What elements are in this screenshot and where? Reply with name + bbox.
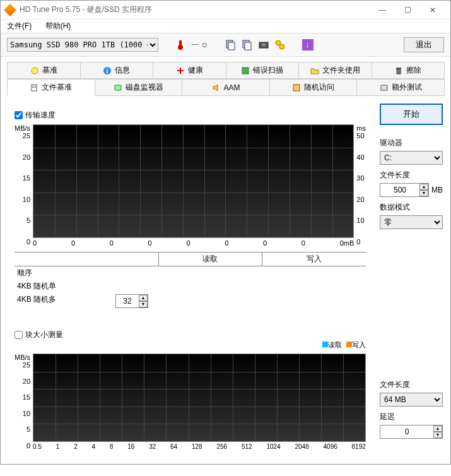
drive-select[interactable]: C: (380, 151, 443, 165)
row-4kb-multi: 4KB 随机多 (15, 294, 103, 308)
y-axis-right-ticks: 50403020100 (354, 132, 366, 246)
menu-file[interactable]: 文件(F) (7, 21, 32, 30)
y-axis-left-ticks: 2520151050 (15, 132, 33, 246)
tab-health[interactable]: 健康 (153, 62, 226, 78)
checkbox-label: 块大小测量 (25, 330, 63, 340)
svg-rect-17 (396, 68, 401, 69)
row-4kb-single: 4KB 随机单 (15, 281, 103, 292)
blocksize-checkbox[interactable]: 块大小测量 (15, 330, 366, 340)
tab-label: 磁盘监视器 (126, 82, 163, 93)
tab-label: 文件基准 (42, 82, 72, 93)
minimize-button[interactable]: — (370, 1, 395, 19)
maximize-button[interactable]: ☐ (395, 1, 420, 19)
exit-button[interactable]: 退出 (404, 37, 444, 52)
tab-label: 信息 (115, 65, 130, 76)
row-sequential: 顺序 (15, 268, 103, 278)
app-logo-icon (4, 4, 16, 16)
x-axis-ticks: 0.512481632641282565121024204840968192 (33, 443, 366, 450)
tab-info[interactable]: i 信息 (80, 62, 154, 78)
svg-point-7 (262, 43, 266, 47)
filelen2-select[interactable]: 64 MB (380, 393, 443, 407)
temp-readout: 一 ☺ (191, 40, 209, 51)
tab-label: 随机访问 (304, 82, 334, 93)
filelen-spinner[interactable]: ▲▼ (380, 183, 429, 197)
svg-point-1 (178, 45, 183, 50)
start-button[interactable]: 开始 (380, 104, 443, 125)
tab-label: 额外测试 (392, 82, 422, 93)
tab-folderusage[interactable]: 文件夹使用 (298, 62, 372, 78)
datamode-select[interactable]: 零 (380, 215, 443, 229)
delay-spinner[interactable]: ▲▼ (380, 425, 443, 439)
settings-icon[interactable] (274, 39, 286, 51)
copy-chart-icon[interactable] (242, 39, 253, 51)
svg-rect-14 (177, 70, 184, 71)
tab-label: 健康 (188, 65, 203, 76)
tab-erase[interactable]: 擦除 (372, 62, 445, 78)
threads-spinner[interactable]: ▲▼ (115, 294, 148, 308)
thermometer-icon (175, 39, 186, 51)
tab-label: 基准 (42, 65, 57, 76)
filelen-label: 文件长度 (380, 170, 443, 181)
menu-bar: 文件(F) 帮助(H) (1, 20, 450, 33)
tab-aam[interactable]: AAM (182, 79, 270, 95)
tab-benchmark[interactable]: 基准 (7, 62, 81, 78)
copy-text-icon[interactable] (225, 39, 237, 51)
y-axis-label: MB/s (15, 354, 33, 361)
svg-rect-20 (32, 87, 36, 88)
svg-rect-23 (381, 85, 387, 90)
legend-read-swatch (322, 342, 328, 347)
svg-rect-15 (242, 68, 249, 74)
screenshot-icon[interactable] (258, 39, 269, 51)
svg-rect-22 (293, 85, 300, 91)
svg-point-10 (32, 68, 38, 74)
save-icon[interactable]: ↓ (302, 39, 313, 51)
delay-label: 延迟 (380, 412, 443, 422)
transfer-speed-checkbox[interactable]: 传输速度 (15, 110, 366, 121)
results-table: 读取 写入 顺序 4KB 随机单 4KB 随机多 ▲▼ (15, 252, 366, 309)
close-button[interactable]: ✕ (420, 1, 445, 19)
tab-label: 文件夹使用 (322, 65, 360, 76)
checkbox-label: 传输速度 (25, 110, 56, 121)
write-column-header: 写入 (262, 253, 366, 266)
svg-point-8 (276, 40, 281, 45)
tab-diskmonitor[interactable]: 磁盘监视器 (95, 79, 183, 95)
svg-rect-3 (228, 42, 235, 50)
tab-file-benchmark[interactable]: 文件基准 (7, 79, 95, 96)
y-axis-left-label: MB/s (15, 124, 33, 132)
svg-point-9 (279, 44, 284, 49)
menu-help[interactable]: 帮助(H) (45, 21, 71, 30)
datamode-label: 数据模式 (380, 202, 443, 213)
tab-extra[interactable]: 额外测试 (356, 79, 445, 95)
svg-rect-21 (115, 85, 121, 90)
window-title: HD Tune Pro 5.75 - 硬盘/SSD 实用程序 (20, 4, 370, 15)
chart2-legend: 读取 写入 (15, 340, 366, 350)
tab-label: 错误扫描 (253, 65, 283, 76)
y-axis-right-label: ms (354, 124, 366, 132)
tab-label: AAM (223, 83, 240, 92)
filelen2-label: 文件长度 (380, 379, 443, 390)
x-axis-ticks: 000000000mB (33, 239, 354, 247)
device-select[interactable]: Samsung SSD 980 PRO 1TB (1000 gB) (7, 38, 158, 52)
tab-randomaccess[interactable]: 随机访问 (269, 79, 358, 95)
filelen-unit: MB (431, 186, 443, 194)
svg-text:i: i (107, 68, 108, 74)
read-column-header: 读取 (158, 253, 262, 266)
legend-write-swatch (346, 342, 352, 347)
svg-rect-5 (245, 42, 251, 50)
y-axis-ticks: 2520151050 (15, 361, 33, 449)
drive-label: 驱动器 (380, 138, 443, 148)
svg-rect-19 (32, 86, 36, 86)
transfer-chart (33, 124, 354, 238)
blocksize-chart (33, 354, 366, 442)
tab-label: 擦除 (406, 65, 421, 76)
svg-rect-16 (397, 69, 401, 74)
tab-errorscan[interactable]: 错误扫描 (226, 62, 300, 78)
